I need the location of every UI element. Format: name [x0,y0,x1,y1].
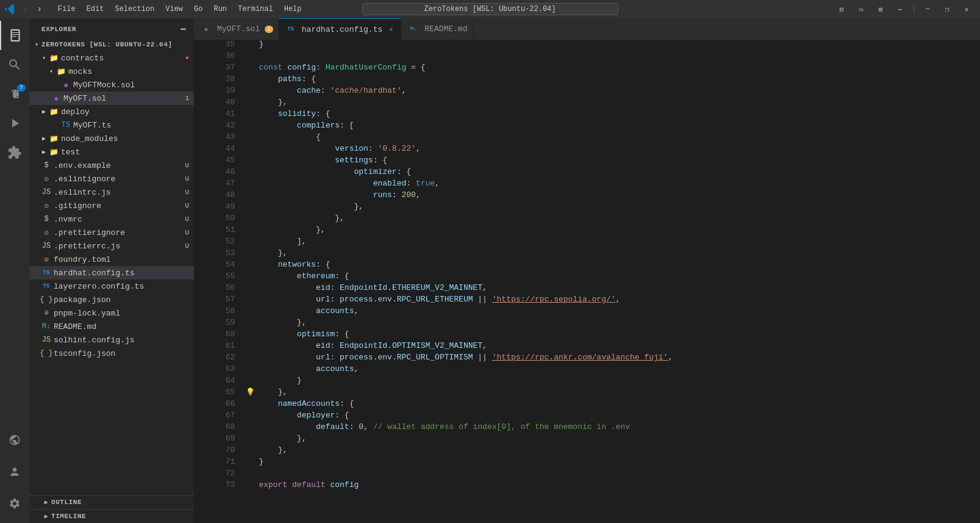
layout-btn[interactable]: ⊟ [833,3,850,15]
code-line-68: 68 default: 0, // wallet address of inde… [194,422,980,434]
code-line-45: 45 settings: { [194,156,980,167]
sidebar-header: EXPLORER ⋯ [29,18,194,38]
sidebar-item-pnpmlock[interactable]: ≡ pnpm-lock.yaml [29,306,194,320]
sidebar-item-gitignore[interactable]: ⚙ .gitignore U [29,199,194,212]
restore-btn[interactable]: ❐ [939,3,956,15]
prettierignore-badge: U [185,229,189,236]
layout-btn3[interactable]: ⊞ [872,3,889,15]
sidebar-item-test[interactable]: ▶ 📁 test [29,145,194,159]
sidebar-item-prettierrc[interactable]: JS .prettierrc.js U [29,239,194,253]
myoft-sol-icon: ◆ [51,93,61,103]
eslintrc-icon: JS [41,187,51,197]
code-editor[interactable]: 35 } 36 37 const config: HardhatU [194,40,980,523]
tab-myoft-sol-label: MyOFT.sol [217,24,260,34]
sidebar-item-env-example[interactable]: $ .env.example U [29,159,194,172]
menu-edit[interactable]: Edit [82,4,109,15]
sidebar-item-mocks[interactable]: ▾ 📁 mocks [29,65,194,78]
activity-run[interactable] [0,109,29,138]
tab-myoft-sol[interactable]: ◆ MyOFT.sol 1 [194,18,279,40]
sidebar-item-solhint[interactable]: JS solhint.config.js [29,333,194,347]
sidebar-item-eslintignore[interactable]: ⚙ .eslintignore U [29,172,194,186]
env-example-label: .env.example [54,161,182,170]
tsconfig-label: tsconfig.json [54,349,189,358]
code-lines: 35 } 36 37 const config: HardhatU [194,40,980,492]
code-line-57: 57 url: process.env.RPC_URL_ETHEREUM || … [194,295,980,306]
tab-readme[interactable]: M↓ README.md [401,18,473,40]
code-line-71: 71 } [194,457,980,469]
sidebar-item-tsconfig[interactable]: { } tsconfig.json [29,347,194,360]
activity-search[interactable] [0,50,29,79]
code-line-40: 40 }, [194,98,980,109]
mocks-folder-icon: 📁 [56,67,66,76]
sidebar-item-layerzero[interactable]: TS layerzero.config.ts [29,280,194,293]
package-icon: { } [41,295,51,305]
activity-account[interactable] [0,457,29,486]
tab-myoft-sol-icon: ◆ [201,24,211,34]
gitignore-icon: ⚙ [41,201,51,211]
sidebar-item-myoftmock[interactable]: ◆ MyOFTMock.sol [29,78,194,92]
sidebar-item-nvmrc[interactable]: $ .nvmrc U [29,212,194,226]
workspace-root[interactable]: ▾ ZEROTOKENS [WSL: UBUNTU-22.04] [29,38,194,51]
minimize-btn[interactable]: ─ [919,3,936,15]
nodemodules-label: node_modules [61,134,189,143]
eslintrc-label: .eslintrc.js [54,188,182,197]
myoftmock-label: MyOFTMock.sol [73,81,189,90]
foundry-label: foundry.toml [54,255,189,264]
sidebar-item-deploy[interactable]: ▶ 📁 deploy [29,105,194,118]
code-line-39: 39 cache: 'cache/hardhat', [194,86,980,98]
menu-go[interactable]: Go [189,4,207,15]
prettierrc-icon: JS [41,241,51,251]
sidebar-item-node-modules[interactable]: ▶ 📁 node_modules [29,132,194,145]
search-bar-text[interactable]: ZeroTokens [WSL: Ubuntu-22.04] [362,3,618,15]
sidebar-item-prettierignore[interactable]: ⚙ .prettierignore U [29,226,194,239]
menu-terminal[interactable]: Terminal [233,4,278,15]
timeline-arrow: ▶ [41,511,51,521]
sidebar-item-myoft-ts[interactable]: TS MyOFT.ts [29,118,194,132]
layout-btn2[interactable]: ▭ [853,3,870,15]
timeline-label: TIMELINE [51,513,86,520]
code-line-53: 53 }, [194,248,980,260]
tab-hardhat-config[interactable]: TS hardhat.config.ts ✕ [279,18,402,40]
deploy-folder-icon: 📁 [49,107,59,117]
close-btn[interactable]: ✕ [958,3,975,15]
timeline-header[interactable]: ▶ TIMELINE [29,510,194,523]
code-line-36: 36 [194,51,980,63]
env-example-icon: $ [41,161,51,170]
editor-content: 35 } 36 37 const config: HardhatU [194,40,980,523]
menu-file[interactable]: File [53,4,80,15]
sidebar-more-btn[interactable]: ⋯ [181,23,187,35]
menu-view[interactable]: View [160,4,188,15]
sidebar-item-contracts[interactable]: ▾ 📁 contracts ● [29,51,194,65]
outline-label: OUTLINE [51,499,82,506]
nav-forward-arrow[interactable]: › [33,3,45,15]
activity-settings[interactable] [0,489,29,518]
activity-extensions[interactable] [0,138,29,167]
nodemodules-arrow: ▶ [39,134,49,143]
code-line-47: 47 enabled: true, [194,179,980,190]
outline-header[interactable]: ▶ OUTLINE [29,496,194,509]
nav-back-arrow[interactable]: ‹ [20,3,32,15]
mocks-label: mocks [68,67,189,76]
menu-selection[interactable]: Selection [110,4,159,15]
titlebar-menu: File Edit Selection View Go Run Terminal… [53,4,307,15]
sidebar-item-foundry[interactable]: ⚙ foundry.toml [29,253,194,266]
package-label: package.json [54,295,189,305]
contracts-badge: ● [185,54,189,62]
tab-hardhat-close[interactable]: ✕ [386,24,396,34]
activity-explorer[interactable] [0,21,29,50]
sidebar-item-readme[interactable]: M↓ README.md [29,320,194,333]
activity-remote[interactable] [0,425,29,455]
myoft-sol-badge: 1 [185,95,189,102]
activity-source-control[interactable]: 7 [0,79,29,109]
tab-readme-icon: M↓ [409,24,418,34]
sidebar-item-eslintrc[interactable]: JS .eslintrc.js U [29,186,194,199]
menu-help[interactable]: Help [279,4,307,15]
layout-btn4[interactable]: ⋯ [892,3,909,15]
code-line-65: 65 💡 }, [194,388,980,399]
sidebar-item-hardhat[interactable]: TS hardhat.config.ts [29,266,194,280]
sidebar-item-package[interactable]: { } package.json [29,293,194,306]
menu-run[interactable]: Run [209,4,232,15]
code-line-51: 51 }, [194,225,980,237]
lightbulb-icon: 💡 [246,388,255,397]
sidebar-item-myoft-sol[interactable]: ◆ MyOFT.sol 1 [29,92,194,105]
